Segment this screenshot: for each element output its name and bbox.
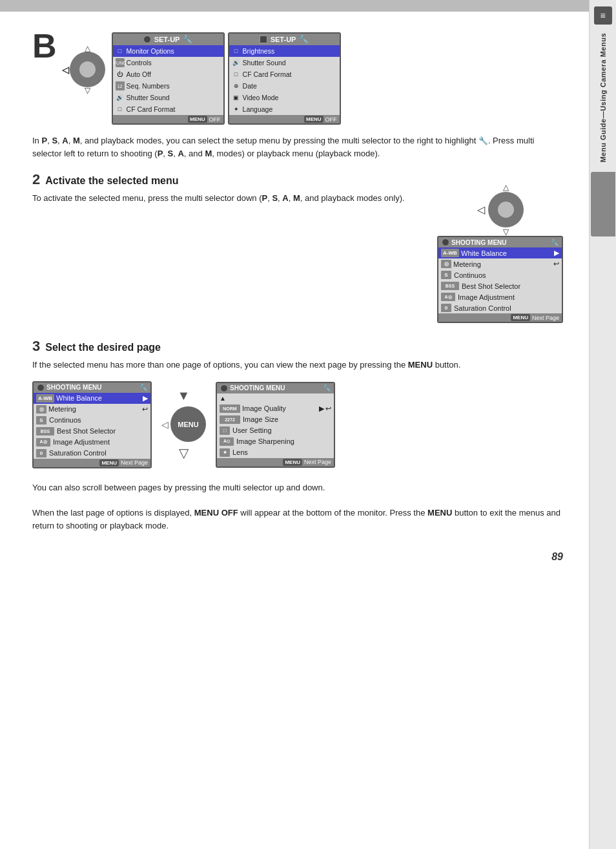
- screen-item-shutter-sound-left: 🔊 Shutter Sound: [113, 92, 223, 103]
- screen-item-video-mode: ▣ Video Mode: [229, 92, 340, 103]
- norm-icon: NORM: [220, 404, 240, 413]
- menu-icon-step3-left: 🔧: [139, 384, 147, 391]
- menu-button[interactable]: MENU: [170, 406, 206, 442]
- shooting-screen-step3-right: SHOOTING MENU 🔧 ▲ NORM Image Quality ▶ ↩: [216, 382, 335, 468]
- awb-icon-step3-l: A-WB: [36, 394, 54, 403]
- screen-footer-left: MENU OFF: [113, 115, 223, 123]
- screen-item-controls: FUNC Controls: [113, 57, 223, 68]
- shooting-item-continuos-step2: S Continuos: [438, 269, 562, 280]
- menu-btn-left: MENU: [188, 116, 207, 123]
- cf-icon-right: □: [232, 70, 241, 79]
- shooting-item-image-quality: NORM Image Quality ▶ ↩: [217, 403, 334, 414]
- wrench-icon-left: 🔧: [183, 35, 192, 44]
- shooting-item-metering-step2: ◎ Metering ↩: [438, 258, 562, 269]
- seq-icon: 12: [116, 81, 125, 90]
- step3-layout: SHOOTING MENU 🔧 A-WB White Balance ▶ ◎ M…: [32, 381, 563, 468]
- sidebar-icon: ≡: [594, 6, 612, 25]
- screen-item-date: ⊕ Date: [229, 80, 340, 92]
- shooting-item-wb-step3-l: A-WB White Balance ▶: [34, 393, 150, 404]
- shooting-item-lens: ✦ Lens: [217, 447, 334, 458]
- auto-off-icon: ⏻: [116, 70, 125, 79]
- shooting-item-bss-step2: BSS Best Shot Selector: [438, 280, 562, 291]
- shooting-title-step3-right: SHOOTING MENU 🔧: [217, 383, 334, 393]
- shooting-item-wb-step2: A-WB White Balance ▶: [438, 247, 562, 258]
- saturation-icon-step3-l: 0: [36, 449, 46, 457]
- menu-list-icon: ≡: [600, 10, 605, 21]
- metering-icon-step2: ◎: [441, 260, 451, 268]
- menu-btn-step3-l: MENU: [99, 459, 119, 466]
- awb-icon-step2: A-WB: [441, 249, 459, 257]
- shooting-item-sharpening: A◇ Image Sharpening: [217, 436, 334, 447]
- shooting-item-saturation-step3-l: 0 Saturation Control: [34, 448, 150, 459]
- video-icon: ▣: [232, 93, 241, 102]
- step3-header: 3 Select the desired page: [32, 339, 563, 353]
- step2-header: 2 Activate the selected menu: [32, 173, 563, 187]
- sidebar-text: Menu Guide—Using Camera Menus: [599, 33, 607, 162]
- menu-icon-step2: 🔧: [551, 239, 559, 246]
- bss-icon-step2: BSS: [441, 282, 459, 290]
- shooting-item-bss-step3-l: BSS Best Shot Selector: [34, 426, 150, 437]
- user-setting-icon: □: [220, 426, 230, 435]
- shooting-title-step3-left: SHOOTING MENU 🔧: [34, 383, 150, 393]
- shooting-item-continuos-step3-l: S Continuos: [34, 415, 150, 426]
- screen-title-right: SET-UP 🔧: [229, 34, 340, 45]
- sidebar-tab: [591, 172, 615, 236]
- continuos-icon-step2: S: [441, 271, 451, 279]
- menu-btn-right: MENU: [304, 116, 323, 123]
- menu-btn-step2: MENU: [511, 314, 530, 321]
- screen-item-cf-left: □ CF Card Format: [113, 103, 223, 115]
- right-sidebar: ≡ Menu Guide—Using Camera Menus: [589, 0, 616, 849]
- paragraph-1: In P, S, A, M, and playback modes, you c…: [32, 134, 563, 160]
- shooting-title-step2: SHOOTING MENU 🔧: [438, 237, 562, 247]
- screen-title-left: SET-UP 🔧: [113, 34, 223, 45]
- section-letter: B: [32, 29, 57, 63]
- screen-item-shutter-sound-right: 🔊 Shutter Sound: [229, 57, 340, 68]
- metering-icon-step3-l: ◎: [36, 405, 46, 414]
- brightness-icon: □: [232, 47, 241, 56]
- shooting-footer-step3-l: MENU Next Page: [34, 459, 150, 467]
- shooting-item-image-size: 2272 Image Size: [217, 414, 334, 425]
- arrow-left-center: ◁: [161, 419, 169, 430]
- sharpening-icon: A◇: [220, 437, 234, 446]
- step2-text: To activate the selected menu, press the…: [32, 192, 424, 205]
- monitor-icon: □: [116, 47, 125, 56]
- shooting-item-saturation-step2: 0 Saturation Control: [438, 302, 562, 313]
- screen-item-cf-right: □ CF Card Format: [229, 68, 340, 80]
- shooting-item-imageadj-step3-l: A◎ Image Adjustment: [34, 437, 150, 448]
- menu-icon-step3-right: 🔧: [323, 384, 331, 392]
- step2-layout: To activate the selected menu, press the…: [32, 192, 563, 323]
- date-icon: ⊕: [232, 81, 241, 90]
- size-icon: 2272: [220, 415, 240, 424]
- screen-item-seq-numbers: 12 Seq. Numbers: [113, 80, 223, 92]
- arrow-down-bottom: ▽: [179, 445, 189, 461]
- multi-selector-top: ◁ ▽ △: [70, 52, 105, 87]
- screen-footer-right: MENU OFF: [229, 115, 340, 123]
- main-content: B ◁ ▽ △ SET: [0, 0, 589, 849]
- sound-icon-right: 🔊: [232, 58, 241, 67]
- step2-right: ◁ △ ▽ SHOOTING MENU: [437, 192, 563, 323]
- shooting-item-metering-step3-l: ◎ Metering ↩: [34, 404, 150, 415]
- menu-button-center: ▼ ◁ MENU ▽: [161, 388, 206, 461]
- shooting-item-user-setting: □ User Setting: [217, 425, 334, 436]
- paragraph-2: You can also scroll between pages by pre…: [32, 481, 563, 494]
- language-icon: ✦: [232, 105, 241, 114]
- imageadj-icon-step2: A◎: [441, 293, 455, 301]
- shooting-footer-step2: MENU Next Page: [438, 313, 562, 322]
- sound-icon-left: 🔊: [116, 93, 125, 102]
- shooting-item-arrow-up: ▲: [217, 393, 334, 403]
- shooting-screen-step3-left: SHOOTING MENU 🔧 A-WB White Balance ▶ ◎ M…: [32, 381, 152, 468]
- screen-item-monitor-options: □ Monitor Options: [113, 45, 223, 57]
- screens-row-top: ◁ ▽ △ SET-UP 🔧: [70, 32, 341, 125]
- saturation-icon-step2: 0: [441, 304, 451, 312]
- section-b: B ◁ ▽ △ SET: [32, 32, 563, 125]
- top-bar: [0, 0, 589, 12]
- shooting-screen-step2: SHOOTING MENU 🔧 A-WB White Balance ▶: [437, 236, 563, 323]
- bss-icon-step3-l: BSS: [36, 427, 54, 435]
- screen-setup-left: SET-UP 🔧 □ Monitor Options FUNC Controls…: [112, 32, 225, 125]
- cf-icon-left: □: [116, 105, 125, 114]
- wrench-icon-right: 🔧: [299, 35, 309, 44]
- continuos-icon-step3-l: S: [36, 416, 46, 424]
- shooting-item-imageadj-step2: A◎ Image Adjustment: [438, 291, 562, 302]
- step3-body: If the selected menu has more than one p…: [32, 359, 563, 372]
- arrow-down-top: ▼: [178, 388, 190, 403]
